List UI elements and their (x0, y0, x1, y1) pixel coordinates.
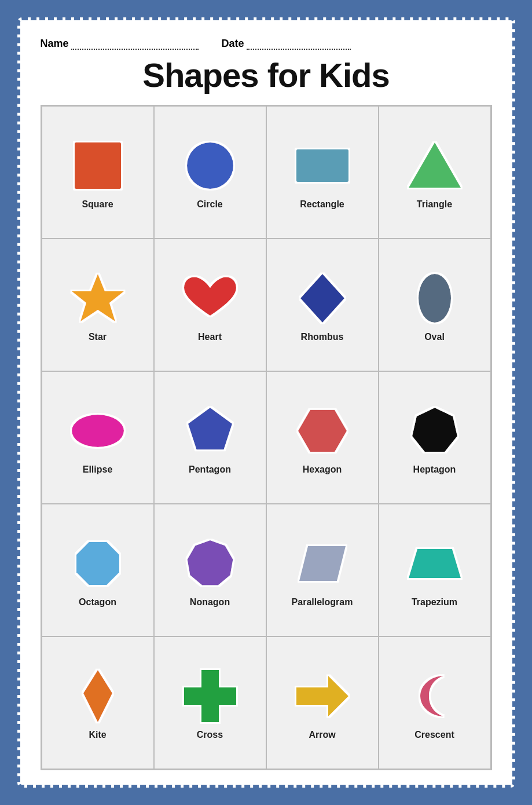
shape-cell-rectangle: Rectangle (266, 106, 379, 239)
shape-icon-heart (181, 269, 239, 327)
shape-label-nonagon: Nonagon (190, 597, 230, 608)
svg-marker-5 (300, 274, 344, 323)
svg-marker-12 (187, 540, 233, 586)
shape-icon-star (69, 269, 127, 327)
shapes-grid: Square Circle Rectangle (41, 105, 492, 770)
shape-cell-cross: Cross (154, 636, 266, 769)
shape-icon-triangle (406, 137, 464, 195)
shape-label-pentagon: Pentagon (189, 464, 231, 475)
shape-cell-octagon: Octagon (42, 504, 154, 636)
shape-label-trapezium: Trapezium (412, 597, 457, 608)
shape-icon-octagon (69, 535, 127, 592)
shape-label-kite: Kite (89, 730, 106, 740)
shape-cell-parallelogram: Parallelogram (266, 504, 379, 636)
shape-cell-square: Square (42, 106, 154, 239)
page: Name Date Shapes for Kids Square (17, 17, 515, 788)
svg-marker-16 (184, 670, 236, 722)
date-field: Date (222, 38, 351, 50)
shape-icon-arrow (293, 667, 351, 725)
date-line[interactable] (247, 38, 351, 50)
svg-rect-0 (75, 142, 121, 189)
shape-label-star: Star (89, 332, 107, 342)
name-line[interactable] (71, 38, 199, 50)
shape-cell-kite: Kite (42, 636, 154, 769)
shape-icon-ellipse (69, 402, 127, 460)
shape-cell-nonagon: Nonagon (154, 504, 266, 636)
shape-label-crescent: Crescent (414, 730, 454, 740)
shape-label-oval: Oval (424, 332, 445, 342)
svg-point-7 (72, 415, 124, 447)
shape-label-rhombus: Rhombus (301, 332, 344, 342)
shape-label-heart: Heart (198, 332, 222, 342)
svg-marker-11 (76, 542, 119, 585)
svg-marker-4 (72, 274, 124, 321)
shape-icon-cross (181, 667, 239, 725)
svg-marker-10 (412, 408, 457, 452)
shape-label-ellipse: Ellipse (83, 464, 113, 475)
shape-icon-trapezium (406, 535, 464, 592)
shape-icon-circle (181, 137, 239, 195)
shape-cell-ellipse: Ellipse (42, 371, 154, 504)
shape-cell-heptagon: Heptagon (379, 371, 491, 504)
shape-cell-oval: Oval (379, 239, 491, 371)
svg-marker-17 (296, 676, 348, 716)
shape-icon-kite (69, 667, 127, 725)
shape-label-octagon: Octagon (79, 597, 116, 608)
svg-marker-3 (409, 142, 461, 188)
svg-marker-8 (188, 408, 232, 449)
shape-icon-rectangle (293, 137, 351, 195)
shape-icon-rhombus (293, 269, 351, 327)
shape-label-square: Square (82, 199, 113, 210)
shape-label-parallelogram: Parallelogram (292, 597, 353, 608)
shape-cell-hexagon: Hexagon (266, 371, 379, 504)
svg-marker-14 (409, 549, 461, 578)
shape-label-hexagon: Hexagon (303, 464, 342, 475)
svg-point-6 (419, 274, 451, 323)
shape-icon-parallelogram (293, 535, 351, 592)
svg-marker-9 (298, 409, 347, 452)
name-field: Name (41, 38, 199, 50)
page-title: Shapes for Kids (41, 56, 492, 94)
shape-cell-pentagon: Pentagon (154, 371, 266, 504)
shape-label-rectangle: Rectangle (300, 199, 344, 210)
shape-label-cross: Cross (197, 730, 223, 740)
name-label: Name (41, 38, 69, 50)
shape-icon-hexagon (293, 402, 351, 460)
date-label: Date (222, 38, 244, 50)
shape-label-arrow: Arrow (309, 730, 335, 740)
shape-label-triangle: Triangle (417, 199, 452, 210)
shape-cell-arrow: Arrow (266, 636, 379, 769)
shape-icon-nonagon (181, 535, 239, 592)
svg-point-1 (187, 142, 233, 189)
shape-label-heptagon: Heptagon (413, 464, 456, 475)
shape-label-circle: Circle (197, 199, 222, 210)
shape-cell-rhombus: Rhombus (266, 239, 379, 371)
shape-cell-triangle: Triangle (379, 106, 491, 239)
shape-cell-circle: Circle (154, 106, 266, 239)
shape-icon-crescent (406, 667, 464, 725)
shape-cell-star: Star (42, 239, 154, 371)
shape-cell-crescent: Crescent (379, 636, 491, 769)
shape-icon-oval (406, 269, 464, 327)
shape-icon-heptagon (406, 402, 464, 460)
svg-marker-15 (83, 670, 112, 722)
shape-cell-trapezium: Trapezium (379, 504, 491, 636)
shape-icon-pentagon (181, 402, 239, 460)
shape-icon-square (69, 137, 127, 195)
svg-marker-13 (299, 546, 346, 581)
svg-rect-2 (296, 149, 348, 182)
header-fields: Name Date (41, 38, 492, 50)
shape-cell-heart: Heart (154, 239, 266, 371)
